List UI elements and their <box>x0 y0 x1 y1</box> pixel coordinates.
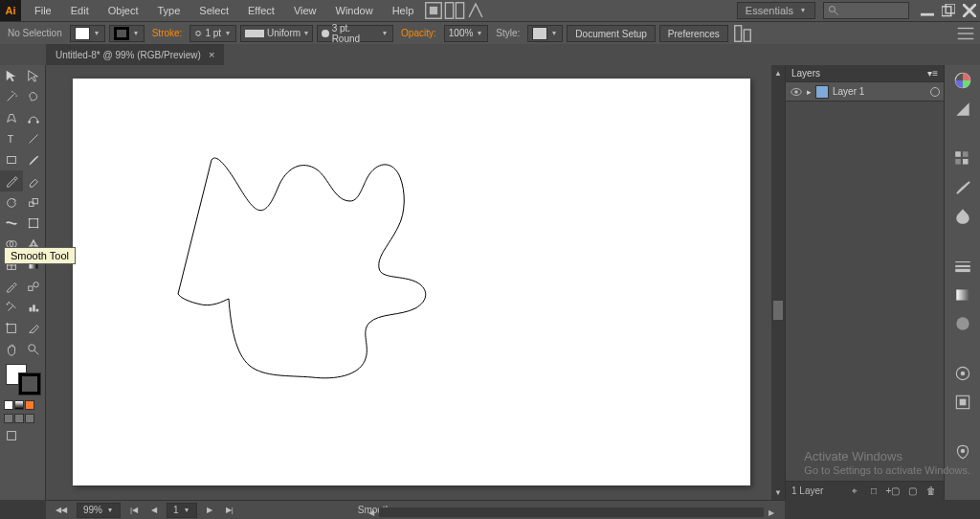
align-to-icon[interactable] <box>732 23 753 44</box>
next-artboard-icon[interactable]: ▶ <box>203 506 216 514</box>
document-setup-button[interactable]: Document Setup <box>567 25 656 42</box>
menu-effect[interactable]: Effect <box>238 0 284 21</box>
stroke-profile-dropdown[interactable]: Uniform▾ <box>240 25 313 42</box>
appearance-panel-icon[interactable] <box>953 364 972 383</box>
graphic-styles-panel-icon[interactable] <box>953 393 972 412</box>
magic-wand-tool[interactable] <box>0 86 23 107</box>
color-panel-icon[interactable] <box>953 71 972 90</box>
gradient-panel-icon[interactable] <box>953 285 972 305</box>
paintbrush-tool[interactable] <box>23 149 46 170</box>
eyedropper-tool[interactable] <box>0 276 23 297</box>
delete-layer-icon[interactable]: 🗑 <box>924 485 938 498</box>
eraser-tool[interactable] <box>23 170 46 192</box>
layer-visibility-icon[interactable] <box>790 85 803 99</box>
scale-tool[interactable] <box>23 192 46 213</box>
scroll-down-arrow-icon[interactable]: ▼ <box>774 485 782 500</box>
zoom-level-input[interactable]: 99%▾ <box>77 503 121 518</box>
new-sublayer-icon[interactable]: +▢ <box>886 485 900 498</box>
menu-help[interactable]: Help <box>383 0 424 21</box>
rotate-tool[interactable] <box>0 192 23 213</box>
canvas-viewport[interactable]: ▲ ▼ <box>46 65 785 500</box>
bridge-icon[interactable] <box>423 0 444 21</box>
type-tool[interactable]: T <box>0 128 23 149</box>
gpu-icon[interactable] <box>465 0 486 21</box>
scrollbar-h-track[interactable] <box>379 508 764 517</box>
zoom-out-icon[interactable]: ◀◀ <box>52 506 71 514</box>
layer-target-icon[interactable] <box>930 87 940 97</box>
panel-menu-icon[interactable]: ▾≡ <box>927 68 938 79</box>
fill-swatch[interactable]: ▾ <box>70 25 105 42</box>
blend-tool[interactable] <box>23 276 46 297</box>
rectangle-tool[interactable] <box>0 149 23 170</box>
menu-type[interactable]: Type <box>148 0 190 21</box>
symbols-panel-icon[interactable] <box>953 207 972 226</box>
pen-tool[interactable] <box>0 107 23 128</box>
artboard[interactable] <box>73 79 750 485</box>
layer-name[interactable]: Layer 1 <box>833 86 864 97</box>
menu-view[interactable]: View <box>284 0 326 21</box>
stroke-panel-icon[interactable] <box>953 257 972 276</box>
brush-definition-dropdown[interactable]: 3 pt. Round▾ <box>317 25 393 42</box>
scroll-left-arrow-icon[interactable]: ◀ <box>364 508 379 517</box>
zoom-tool[interactable] <box>23 339 46 360</box>
document-tab[interactable]: Untitled-8* @ 99% (RGB/Preview) × <box>46 44 224 65</box>
last-artboard-icon[interactable]: ▶| <box>222 506 237 514</box>
clipping-mask-icon[interactable]: □ <box>867 485 880 498</box>
layers-panel-tab[interactable]: Layers ▾≡ <box>786 65 944 82</box>
line-segment-tool[interactable] <box>23 128 46 149</box>
search-input[interactable] <box>823 2 909 19</box>
screen-mode-button[interactable] <box>0 425 23 446</box>
artboard-tool[interactable] <box>0 318 23 339</box>
width-tool[interactable] <box>0 213 23 234</box>
curvature-tool[interactable] <box>23 107 46 128</box>
scrollbar-thumb[interactable] <box>773 301 783 320</box>
stroke-weight-input[interactable]: ≎1 pt▾ <box>189 25 236 42</box>
prev-artboard-icon[interactable]: ◀ <box>147 506 161 514</box>
preferences-button[interactable]: Preferences <box>659 25 728 42</box>
window-minimize-button[interactable] <box>921 4 934 17</box>
menu-window[interactable]: Window <box>326 0 383 21</box>
draw-behind[interactable] <box>14 414 24 423</box>
first-artboard-icon[interactable]: |◀ <box>126 506 142 514</box>
selection-tool[interactable] <box>0 65 23 86</box>
hand-tool[interactable] <box>0 339 23 360</box>
stroke-swatch[interactable]: ▾ <box>109 25 145 42</box>
draw-inside[interactable] <box>25 414 34 423</box>
column-graph-tool[interactable] <box>23 297 46 318</box>
window-close-button[interactable] <box>963 4 976 17</box>
window-maximize-button[interactable] <box>942 4 955 17</box>
menu-edit[interactable]: Edit <box>61 0 99 21</box>
brushes-panel-icon[interactable] <box>953 178 972 197</box>
canvas-horizontal-scrollbar[interactable]: ◀ ▶ <box>364 506 779 519</box>
transparency-panel-icon[interactable] <box>953 314 972 333</box>
stroke-color-large[interactable] <box>19 373 40 395</box>
opacity-input[interactable]: 100%▾ <box>444 25 489 42</box>
color-mode-none[interactable] <box>25 400 34 410</box>
color-mode-solid[interactable] <box>4 400 13 410</box>
controlbar-menu-icon[interactable] <box>955 23 976 44</box>
locate-object-icon[interactable]: ⌖ <box>848 485 861 498</box>
arrange-docs-icon[interactable] <box>444 0 465 21</box>
free-transform-tool[interactable] <box>23 213 46 234</box>
close-tab-button[interactable]: × <box>209 49 214 60</box>
workspace-switcher[interactable]: Essentials ▾ <box>737 2 815 19</box>
fill-stroke-control[interactable] <box>6 364 40 395</box>
scroll-up-arrow-icon[interactable]: ▲ <box>774 65 782 80</box>
artboard-nav-input[interactable]: 1▾ <box>167 503 197 518</box>
scroll-right-arrow-icon[interactable]: ▶ <box>764 508 779 517</box>
draw-normal[interactable] <box>4 414 13 423</box>
swatches-panel-icon[interactable] <box>953 149 972 169</box>
pencil-tool[interactable] <box>0 170 23 192</box>
menu-select[interactable]: Select <box>189 0 238 21</box>
color-guide-panel-icon[interactable] <box>953 100 972 119</box>
slice-tool[interactable] <box>23 318 46 339</box>
new-layer-icon[interactable]: ▢ <box>905 485 919 498</box>
canvas-vertical-scrollbar[interactable]: ▲ ▼ <box>771 65 785 500</box>
color-mode-gradient[interactable] <box>14 400 24 410</box>
layer-row[interactable]: ▸ Layer 1 <box>786 82 944 102</box>
layer-expand-icon[interactable]: ▸ <box>807 87 812 97</box>
menu-object[interactable]: Object <box>99 0 148 21</box>
menu-file[interactable]: File <box>25 0 61 21</box>
style-dropdown[interactable]: ▾ <box>527 25 563 42</box>
lasso-tool[interactable] <box>23 86 46 107</box>
